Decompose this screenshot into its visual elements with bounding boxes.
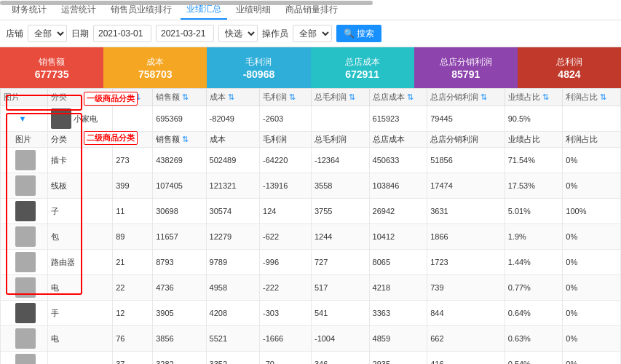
card-cost: 成本 758703 <box>103 47 207 88</box>
product-image <box>15 226 36 247</box>
th-tgross[interactable]: 总毛利润 ⇅ <box>311 89 369 106</box>
store-label: 店铺 <box>6 28 23 40</box>
card-total-profit: 总店分销利润 85791 <box>414 47 518 88</box>
table-row: ▼ 小家电 695369 -82049 -2603 615923 79445 <box>1 106 621 132</box>
th-cat: 分类 <box>47 89 112 106</box>
sub-header-row: 图片 分类 数量 销售额 ⇅ 成本 毛利润 总毛利润 总店成本 总店分销利润 业… <box>1 132 621 148</box>
th-prof[interactable]: 利润占比 ⇅ <box>563 89 621 106</box>
table-row: 手 12 3905 4208 -303 541 3363 844 0.64% 0… <box>1 301 621 326</box>
summary-cards: 销售额 677735 成本 758703 毛利润 -80968 总店成本 672… <box>0 47 621 88</box>
th-cost[interactable]: 成本 ⇅ <box>206 89 259 106</box>
main-table-wrap: 图片 分类 数量 ⇅ 销售额 ⇅ 成本 ⇅ 毛利润 ⇅ 总毛利润 ⇅ 总店成本 … <box>0 88 621 364</box>
expand-icon[interactable]: ▼ <box>18 114 27 123</box>
table-row: 电 76 3856 5521 -1666 -1004 4859 662 0.63… <box>1 326 621 352</box>
th-pic: 图片 <box>1 89 48 106</box>
table-row: 路由器 21 8793 9789 -996 727 8065 1723 1.44… <box>1 250 621 275</box>
th-qty[interactable]: 数量 ⇅ <box>113 89 153 106</box>
expand-cell[interactable]: ▼ <box>1 106 48 132</box>
card-sales: 销售额 677735 <box>0 47 103 88</box>
main-table: 图片 分类 数量 ⇅ 销售额 ⇅ 成本 ⇅ 毛利润 ⇅ 总毛利润 ⇅ 总店成本 … <box>0 88 621 364</box>
date-end-input[interactable] <box>156 25 214 42</box>
cat-cell: 小家电 <box>47 106 112 132</box>
store-select[interactable]: 全部 <box>28 25 67 42</box>
date-label: 日期 <box>71 28 89 40</box>
search-button[interactable]: 🔍 搜索 <box>336 25 381 42</box>
th-sale[interactable]: 销售额 ⇅ <box>153 89 206 106</box>
product-image <box>15 175 36 196</box>
product-image <box>15 328 36 349</box>
product-image <box>51 108 71 129</box>
date-start-input[interactable] <box>93 25 151 42</box>
table-row: 子 11 30698 30574 124 3755 26942 3631 5.0… <box>1 199 621 224</box>
product-image <box>15 201 36 221</box>
product-image <box>15 252 36 272</box>
search-icon: 🔍 <box>344 28 355 39</box>
card-gross: 毛利润 -80968 <box>207 47 310 88</box>
filter-bar: 店铺 全部 日期 快选 操作员 全部 🔍 搜索 <box>0 20 621 47</box>
product-image <box>15 277 36 298</box>
card-total-net: 总利润 4824 <box>518 47 621 88</box>
th-tcost[interactable]: 总店成本 ⇅ <box>369 89 427 106</box>
table-row: 电 22 4736 4958 -222 517 4218 739 0.77% 0… <box>1 275 621 301</box>
operator-label: 操作员 <box>262 28 288 40</box>
card-total-cost: 总店成本 672911 <box>311 47 414 88</box>
table-row: 插卡 273 438269 502489 -64220 -12364 45063… <box>1 148 621 173</box>
table-row: 线板 399 107405 121321 -13916 3558 103846 … <box>1 173 621 199</box>
table-row: 37 3282 3352 -70 346 2935 416 0.54% 0% <box>1 352 621 365</box>
operator-select[interactable]: 全部 <box>293 25 332 42</box>
th-biz[interactable]: 业绩占比 ⇅ <box>505 89 563 106</box>
product-image <box>15 303 36 323</box>
quick-select[interactable]: 快选 <box>218 25 258 42</box>
th-tprofit[interactable]: 总店分销利润 ⇅ <box>427 89 505 106</box>
th-gross[interactable]: 毛利润 ⇅ <box>260 89 312 106</box>
product-image <box>15 354 36 364</box>
product-image <box>15 150 36 170</box>
table-row: 包 89 11657 12279 -622 1244 10412 1866 1.… <box>1 224 621 250</box>
